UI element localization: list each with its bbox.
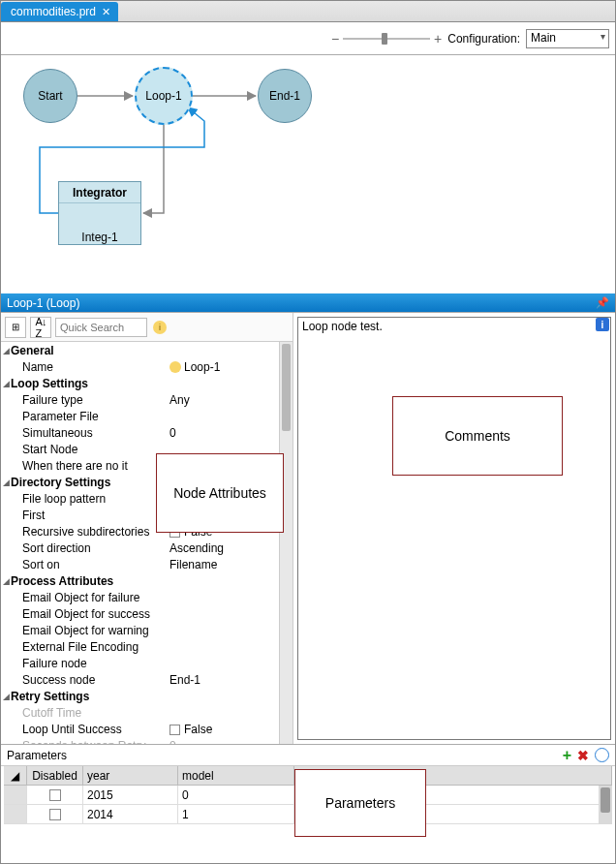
node-integrator[interactable]: Integrator Integ-1 [58,181,141,245]
group-retry-settings[interactable]: Retry Settings [1,690,166,703]
prop-start-node-label: Start Node [1,443,166,456]
prop-seconds-label: Seconds between Retry [1,739,166,745]
expander-icon[interactable]: ◢ [2,576,11,586]
parameters-title: Parameters [7,749,67,762]
node-loop-label: Loop-1 [145,89,181,103]
tab-commodities[interactable]: commodities.prd ✕ [1,2,118,21]
corner-cell[interactable]: ◢ [4,766,27,786]
prop-succ-node-value[interactable]: End-1 [166,673,279,687]
expander-icon[interactable]: ◢ [2,379,11,388]
prop-simultaneous-value[interactable]: 0 [166,426,279,440]
prop-simultaneous-label: Simultaneous [1,426,166,440]
add-icon[interactable]: + [563,747,571,764]
cell-disabled[interactable] [27,805,83,824]
config-bar: − + Configuration: Main [1,22,615,55]
prop-param-file-label: Parameter File [1,410,166,423]
prop-first-label: First [1,509,166,522]
prop-ext-enc-label: External File Encoding [1,640,166,654]
minus-icon[interactable]: − [331,31,339,46]
prop-loop-until-label: Loop Until Success [1,723,166,736]
cell-year[interactable]: 2015 [83,786,178,805]
expander-icon[interactable]: ◢ [2,346,11,355]
panel-title: Loop-1 (Loop) [7,296,79,310]
expander-icon[interactable]: ◢ [2,692,11,701]
prop-recursive-label: Recursive subdirectories [1,525,166,539]
categorize-button[interactable]: ⊞ [5,317,26,338]
cell-model[interactable]: 0 [178,786,294,805]
properties-panel-header: Loop-1 (Loop) 📌 [1,293,615,312]
prop-email-warn-label: Email Object for warning [1,624,166,637]
prop-fail-node-label: Failure node [1,657,166,670]
scrollbar[interactable] [599,786,612,824]
delete-icon[interactable]: ✖ [577,748,589,763]
prop-name-value[interactable]: Loop-1 [166,360,279,374]
col-year[interactable]: year [83,766,178,786]
config-label: Configuration: [447,32,520,46]
col-model[interactable]: model [178,766,294,786]
search-input[interactable] [55,318,147,337]
slider-thumb[interactable] [382,33,387,45]
workflow-canvas[interactable]: Start Loop-1 End-1 Integrator Integ-1 [1,55,615,293]
expander-icon[interactable]: ◢ [2,478,11,487]
plus-icon[interactable]: + [434,31,442,46]
group-general[interactable]: General [1,344,166,357]
node-loop[interactable]: Loop-1 [135,67,193,125]
node-end[interactable]: End-1 [258,69,312,123]
row-selector[interactable] [4,786,27,805]
info-icon[interactable]: i [596,318,609,331]
refresh-icon[interactable] [595,748,609,762]
scroll-thumb[interactable] [282,344,291,431]
checkbox-icon[interactable] [49,789,61,801]
cell-model[interactable]: 1 [178,805,294,824]
prop-sort-on-value[interactable]: Filename [166,558,279,571]
properties-area: ⊞ A↓Z i ◢General NameLoop-1 ◢Loop Settin… [1,312,615,745]
tab-label: commodities.prd [11,5,96,18]
checkbox-icon[interactable] [169,725,180,735]
annotation-comments: Comments [392,396,563,476]
integrator-label: Integ-1 [81,231,117,244]
prop-succ-node-label: Success node [1,673,166,687]
checkbox-icon[interactable] [49,809,61,820]
prop-when-no-label: When there are no it [1,459,166,473]
group-directory-settings[interactable]: Directory Settings [1,476,166,489]
prop-name-label: Name [1,360,166,374]
sort-button[interactable]: A↓Z [30,317,51,338]
cell-year[interactable]: 2014 [83,805,178,824]
comment-textarea[interactable]: Loop node test. [297,317,611,740]
scrollbar[interactable] [279,342,293,744]
prop-sort-dir-label: Sort direction [1,541,166,555]
prop-sort-on-label: Sort on [1,558,166,571]
node-start[interactable]: Start [23,69,77,123]
col-disabled[interactable]: Disabled [27,766,83,786]
annotation-node-attributes: Node Attributes [156,453,284,533]
cell-disabled[interactable] [27,786,83,805]
prop-file-loop-label: File loop pattern [1,492,166,506]
info-icon[interactable]: i [153,321,167,334]
group-loop-settings[interactable]: Loop Settings [1,377,166,390]
zoom-slider[interactable]: − + [331,31,442,46]
comments-pane: i Loop node test. [293,313,615,744]
config-value: Main [531,31,556,45]
pin-icon[interactable]: 📌 [596,296,609,309]
comment-text: Loop node test. [302,320,383,333]
group-process-attributes[interactable]: Process Attributes [1,574,166,588]
scroll-thumb[interactable] [601,787,610,813]
tab-strip: commodities.prd ✕ [1,1,615,22]
node-end-label: End-1 [269,89,300,103]
coin-icon [169,361,181,373]
close-icon[interactable]: ✕ [102,6,110,18]
slider-track[interactable] [343,38,430,40]
config-select[interactable]: Main [526,29,609,48]
prop-email-succ-label: Email Object for success [1,607,166,621]
attributes-toolbar: ⊞ A↓Z i [1,313,293,342]
integrator-title: Integrator [59,186,140,203]
prop-email-fail-label: Email Object for failure [1,591,166,604]
row-selector[interactable] [4,805,27,824]
node-start-label: Start [38,89,62,103]
prop-cutoff-label: Cutoff Time [1,706,166,720]
prop-failure-type-value[interactable]: Any [166,393,279,407]
prop-loop-until-value[interactable]: False [166,723,279,736]
prop-sort-dir-value[interactable]: Ascending [166,541,279,555]
annotation-parameters: Parameters [294,769,426,837]
property-grid[interactable]: ◢General NameLoop-1 ◢Loop Settings Failu… [1,342,293,744]
